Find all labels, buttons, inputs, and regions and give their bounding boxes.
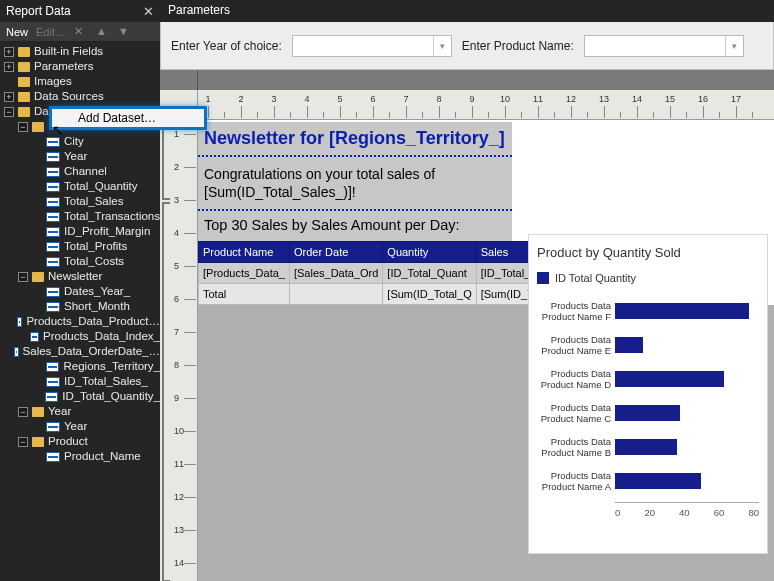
tree-field[interactable]: City xyxy=(4,134,160,149)
cursor-icon: ↖ xyxy=(52,122,64,138)
chart-bar xyxy=(615,473,701,489)
chart-x-axis: 020406080 xyxy=(615,502,759,518)
up-icon[interactable]: ▲ xyxy=(96,25,110,39)
table-total-row[interactable]: Total [Sum(ID_Total_Q [Sum(ID_Total_ xyxy=(199,284,563,305)
legend-swatch-icon xyxy=(537,272,549,284)
field-icon xyxy=(46,242,60,252)
congrats-text[interactable]: Congratulations on your total sales of [… xyxy=(198,157,512,209)
chart-bar-label: Products Data Product Name E xyxy=(537,334,615,356)
folder-icon xyxy=(18,77,30,87)
folder-icon xyxy=(18,92,30,102)
chart-bar-label: Products Data Product Name F xyxy=(537,300,615,322)
add-dataset-menu-item[interactable]: Add Dataset… xyxy=(78,111,156,125)
tree-images[interactable]: Images xyxy=(4,74,160,89)
dataset-icon xyxy=(32,122,44,132)
report-data-titlebar: Report Data ✕ xyxy=(0,0,160,22)
context-menu-add-dataset[interactable]: Add Dataset… xyxy=(49,106,207,130)
chevron-down-icon[interactable]: ▾ xyxy=(433,36,451,56)
tree-field[interactable]: ID_Profit_Margin xyxy=(4,224,160,239)
field-icon xyxy=(46,197,60,207)
tree-field[interactable]: Channel xyxy=(4,164,160,179)
delete-icon[interactable]: ✕ xyxy=(74,25,88,39)
tree-field[interactable]: Products_Data_Index_ xyxy=(4,329,160,344)
field-icon xyxy=(46,182,60,192)
folder-icon xyxy=(18,47,30,57)
table-row[interactable]: [Products_Data_ [Sales_Data_Ord [ID_Tota… xyxy=(199,263,563,284)
tree-field[interactable]: Dates_Year_ xyxy=(4,284,160,299)
chart-bar-row: Products Data Product Name C xyxy=(537,400,759,426)
field-icon xyxy=(46,287,60,297)
design-canvas[interactable]: Newsletter for [Regions_Territory_] Cong… xyxy=(198,120,774,581)
field-icon xyxy=(45,392,59,402)
field-icon xyxy=(46,362,60,372)
param2-label: Enter Product Name: xyxy=(462,39,574,53)
tree-field[interactable]: Short_Month xyxy=(4,299,160,314)
field-icon xyxy=(46,452,60,462)
row-bracket-icon xyxy=(162,202,170,581)
horizontal-ruler: 1234567891011121314151617 xyxy=(160,90,774,120)
close-icon[interactable]: ✕ xyxy=(143,4,154,19)
new-button[interactable]: New xyxy=(6,26,28,38)
tree-field[interactable]: Total_Transactions xyxy=(4,209,160,224)
col-order-date[interactable]: Order Date xyxy=(289,242,382,263)
tree-dataset-product[interactable]: −Product xyxy=(4,434,160,449)
newsletter-headline[interactable]: Newsletter for [Regions_Territory_] xyxy=(198,122,512,155)
down-icon[interactable]: ▼ xyxy=(118,25,132,39)
chart-bar xyxy=(615,303,749,319)
field-icon xyxy=(46,377,60,387)
chart-bar xyxy=(615,405,680,421)
col-quantity[interactable]: Quantity xyxy=(383,242,476,263)
col-product-name[interactable]: Product Name xyxy=(199,242,290,263)
field-icon xyxy=(46,227,60,237)
tree-field[interactable]: Products_Data_Product… xyxy=(4,314,160,329)
chart-bar-row: Products Data Product Name E xyxy=(537,332,759,358)
param2-input[interactable]: ▾ xyxy=(584,35,744,57)
tree-field[interactable]: Year xyxy=(4,149,160,164)
row-bracket-icon xyxy=(162,120,170,200)
report-page: Newsletter for [Regions_Territory_] Cong… xyxy=(198,120,774,305)
parameters-titlebar: Parameters xyxy=(160,0,774,22)
field-icon xyxy=(46,302,60,312)
chart-legend: ID Total Quantity xyxy=(537,272,759,284)
tree-field[interactable]: ID_Total_Sales_ xyxy=(4,374,160,389)
tree-parameters[interactable]: +Parameters xyxy=(4,59,160,74)
param1-input[interactable]: ▾ xyxy=(292,35,452,57)
chart-product-by-quantity[interactable]: Product by Quantity Sold ID Total Quanti… xyxy=(528,234,768,554)
tree-field[interactable]: Product_Name xyxy=(4,449,160,464)
tree-field[interactable]: Total_Sales xyxy=(4,194,160,209)
chevron-down-icon[interactable]: ▾ xyxy=(725,36,743,56)
folder-icon xyxy=(18,62,30,72)
tree-field[interactable]: Total_Quantity xyxy=(4,179,160,194)
tree-field[interactable]: Total_Profits xyxy=(4,239,160,254)
tree-field[interactable]: Regions_Territory_ xyxy=(4,359,160,374)
field-icon xyxy=(46,167,60,177)
field-icon xyxy=(14,347,19,357)
dataset-icon xyxy=(32,407,44,417)
tree-field[interactable]: Sales_Data_OrderDate_… xyxy=(4,344,160,359)
field-icon xyxy=(46,257,60,267)
field-icon xyxy=(46,212,60,222)
tree-dataset-year[interactable]: −Year xyxy=(4,404,160,419)
tree-dataset-newsletter[interactable]: −Newsletter xyxy=(4,269,160,284)
edit-button[interactable]: Edit… xyxy=(36,26,66,38)
legend-label: ID Total Quantity xyxy=(555,272,636,284)
subhead-text[interactable]: Top 30 Sales by Sales Amount per Day: xyxy=(198,211,512,241)
vertical-ruler: 1234567891011121314 xyxy=(160,120,198,581)
tree-data-sources[interactable]: +Data Sources xyxy=(4,89,160,104)
chart-bar xyxy=(615,337,643,353)
chart-bar-row: Products Data Product Name B xyxy=(537,434,759,460)
report-data-title: Report Data xyxy=(6,4,71,18)
tree-builtin-fields[interactable]: +Built-in Fields xyxy=(4,44,160,59)
chart-bar-label: Products Data Product Name C xyxy=(537,402,615,424)
sales-table[interactable]: Product Name Order Date Quantity Sales [… xyxy=(198,241,563,305)
field-icon xyxy=(30,332,39,342)
chart-bar xyxy=(615,371,724,387)
dataset-icon xyxy=(32,437,44,447)
tree-field[interactable]: Total_Costs xyxy=(4,254,160,269)
chart-bar-label: Products Data Product Name A xyxy=(537,470,615,492)
chart-bar-label: Products Data Product Name B xyxy=(537,436,615,458)
tree-field[interactable]: Year xyxy=(4,419,160,434)
chart-title: Product by Quantity Sold xyxy=(537,245,759,260)
tree-field[interactable]: ID_Total_Quantity_ xyxy=(4,389,160,404)
chart-bar-row: Products Data Product Name D xyxy=(537,366,759,392)
